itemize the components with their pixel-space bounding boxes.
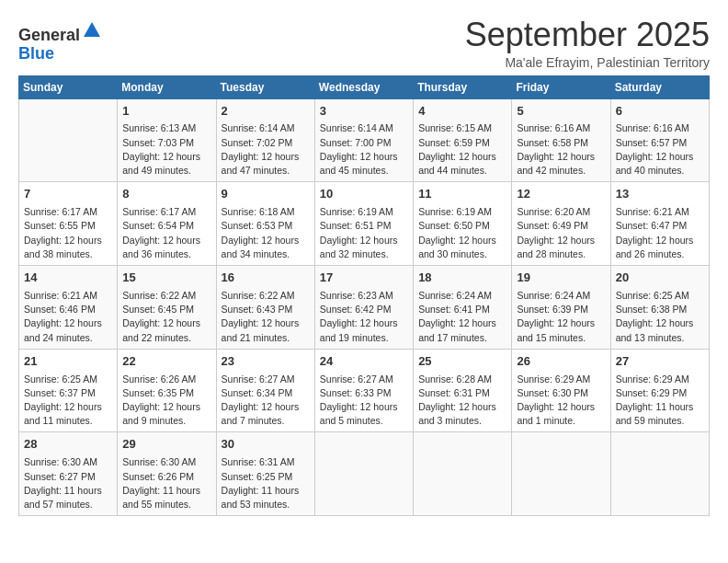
day-number: 4 xyxy=(418,103,506,121)
calendar-cell xyxy=(512,432,610,516)
cell-text: Sunset: 6:37 PM xyxy=(24,386,112,400)
cell-text: and 26 minutes. xyxy=(616,247,704,261)
week-row: 28Sunrise: 6:30 AMSunset: 6:27 PMDayligh… xyxy=(19,432,710,516)
cell-text: Sunset: 7:03 PM xyxy=(122,136,210,150)
calendar-cell: 2Sunrise: 6:14 AMSunset: 7:02 PMDaylight… xyxy=(216,98,314,182)
cell-text: Daylight: 12 hours xyxy=(222,400,310,414)
day-number: 12 xyxy=(517,186,605,203)
cell-text: and 24 minutes. xyxy=(24,331,112,345)
cell-text: Sunrise: 6:24 AM xyxy=(517,289,605,303)
calendar-body: 1Sunrise: 6:13 AMSunset: 7:03 PMDaylight… xyxy=(19,98,710,516)
cell-text: Daylight: 12 hours xyxy=(122,400,210,414)
cell-text: Sunrise: 6:23 AM xyxy=(320,289,408,303)
cell-text: and 28 minutes. xyxy=(517,247,605,261)
day-number: 15 xyxy=(122,270,210,287)
calendar-cell: 11Sunrise: 6:19 AMSunset: 6:50 PMDayligh… xyxy=(414,182,512,266)
page-header: General Blue September 2025 Ma'ale Efray… xyxy=(18,17,710,70)
cell-text: and 13 minutes. xyxy=(616,331,704,345)
day-number: 20 xyxy=(616,270,704,287)
cell-text: Sunset: 6:45 PM xyxy=(122,303,210,316)
calendar-cell: 27Sunrise: 6:29 AMSunset: 6:29 PMDayligh… xyxy=(610,349,709,432)
day-number: 28 xyxy=(24,436,112,454)
day-number: 3 xyxy=(320,103,408,121)
week-row: 14Sunrise: 6:21 AMSunset: 6:46 PMDayligh… xyxy=(19,266,710,350)
day-number: 9 xyxy=(222,186,310,203)
cell-text: Daylight: 12 hours xyxy=(320,316,408,330)
cell-text: Sunrise: 6:14 AM xyxy=(222,121,310,135)
cell-text: Sunrise: 6:28 AM xyxy=(418,373,506,386)
cell-text: Sunrise: 6:27 AM xyxy=(222,373,310,386)
cell-text: Sunrise: 6:17 AM xyxy=(24,205,112,219)
day-number: 5 xyxy=(517,103,605,121)
day-number: 18 xyxy=(418,270,506,287)
cell-text: Daylight: 12 hours xyxy=(320,150,408,164)
cell-text: and 17 minutes. xyxy=(418,331,506,345)
month-title: September 2025 xyxy=(465,17,710,53)
day-number: 2 xyxy=(222,103,310,121)
cell-text: and 22 minutes. xyxy=(122,331,210,345)
cell-text: and 57 minutes. xyxy=(24,498,112,511)
cell-text: Sunrise: 6:30 AM xyxy=(122,455,210,469)
calendar-cell: 18Sunrise: 6:24 AMSunset: 6:41 PMDayligh… xyxy=(414,266,512,350)
calendar-cell xyxy=(314,432,413,516)
cell-text: Sunset: 6:29 PM xyxy=(616,386,704,400)
logo-general: General xyxy=(18,26,80,44)
cell-text: and 49 minutes. xyxy=(122,164,210,178)
calendar-cell: 15Sunrise: 6:22 AMSunset: 6:45 PMDayligh… xyxy=(118,266,216,350)
cell-text: Sunset: 6:33 PM xyxy=(320,386,408,400)
day-number: 27 xyxy=(616,353,704,371)
calendar-header: SundayMondayTuesdayWednesdayThursdayFrid… xyxy=(19,75,710,98)
cell-text: Sunset: 6:38 PM xyxy=(616,303,704,316)
day-number: 17 xyxy=(320,270,408,287)
cell-text: Sunset: 6:43 PM xyxy=(222,303,310,316)
calendar-cell: 22Sunrise: 6:26 AMSunset: 6:35 PMDayligh… xyxy=(118,349,216,432)
cell-text: and 19 minutes. xyxy=(320,331,408,345)
cell-text: Daylight: 12 hours xyxy=(24,316,112,330)
day-number: 1 xyxy=(122,103,210,121)
cell-text: Sunrise: 6:16 AM xyxy=(517,121,605,135)
calendar-cell xyxy=(414,432,512,516)
cell-text: Sunrise: 6:21 AM xyxy=(616,205,704,219)
cell-text: Sunrise: 6:31 AM xyxy=(222,455,310,469)
day-number: 13 xyxy=(616,186,704,203)
col-header-wednesday: Wednesday xyxy=(314,75,413,98)
cell-text: Sunset: 6:58 PM xyxy=(517,136,605,150)
col-header-sunday: Sunday xyxy=(19,75,118,98)
cell-text: Sunset: 6:54 PM xyxy=(122,219,210,233)
day-number: 26 xyxy=(517,353,605,371)
cell-text: Sunset: 6:26 PM xyxy=(122,470,210,484)
calendar-cell: 6Sunrise: 6:16 AMSunset: 6:57 PMDaylight… xyxy=(610,98,709,182)
cell-text: Sunrise: 6:14 AM xyxy=(320,121,408,135)
cell-text: Sunrise: 6:21 AM xyxy=(24,289,112,303)
cell-text: Sunrise: 6:25 AM xyxy=(616,289,704,303)
day-number: 10 xyxy=(320,186,408,203)
logo: General Blue xyxy=(18,20,102,63)
cell-text: Sunset: 6:42 PM xyxy=(320,303,408,316)
cell-text: Sunrise: 6:17 AM xyxy=(122,205,210,219)
cell-text: Sunset: 6:30 PM xyxy=(517,386,605,400)
calendar-cell: 25Sunrise: 6:28 AMSunset: 6:31 PMDayligh… xyxy=(414,349,512,432)
cell-text: Daylight: 12 hours xyxy=(222,234,310,247)
cell-text: Daylight: 12 hours xyxy=(418,400,506,414)
cell-text: and 53 minutes. xyxy=(222,498,310,511)
calendar-cell: 17Sunrise: 6:23 AMSunset: 6:42 PMDayligh… xyxy=(314,266,413,350)
calendar-cell: 1Sunrise: 6:13 AMSunset: 7:03 PMDaylight… xyxy=(118,98,216,182)
cell-text: Daylight: 12 hours xyxy=(222,316,310,330)
calendar-cell: 16Sunrise: 6:22 AMSunset: 6:43 PMDayligh… xyxy=(216,266,314,350)
week-row: 1Sunrise: 6:13 AMSunset: 7:03 PMDaylight… xyxy=(19,98,710,182)
cell-text: Sunrise: 6:30 AM xyxy=(24,455,112,469)
day-number: 8 xyxy=(122,186,210,203)
cell-text: Daylight: 12 hours xyxy=(517,316,605,330)
cell-text: Daylight: 11 hours xyxy=(616,400,704,414)
cell-text: and 40 minutes. xyxy=(616,164,704,178)
calendar-table: SundayMondayTuesdayWednesdayThursdayFrid… xyxy=(18,75,710,517)
cell-text: and 5 minutes. xyxy=(320,414,408,428)
cell-text: Daylight: 12 hours xyxy=(122,316,210,330)
cell-text: Sunset: 7:02 PM xyxy=(222,136,310,150)
logo-blue: Blue xyxy=(18,44,54,63)
cell-text: Sunset: 6:41 PM xyxy=(418,303,506,316)
cell-text: Daylight: 12 hours xyxy=(320,400,408,414)
cell-text: Daylight: 12 hours xyxy=(24,400,112,414)
cell-text: Sunset: 6:59 PM xyxy=(418,136,506,150)
svg-marker-0 xyxy=(84,22,100,37)
